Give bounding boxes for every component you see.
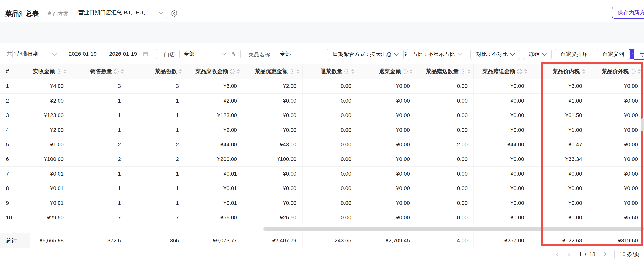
toolbar-button[interactable]: 对比 : 不对比: [470, 48, 520, 60]
column-header-菜品份数[interactable]: 菜品份数: [127, 64, 185, 79]
total-cell: ¥319.60: [588, 233, 644, 248]
toolbar-button[interactable]: 自定义排序: [555, 48, 594, 60]
help-icon[interactable]: ?: [460, 69, 465, 74]
column-header-菜品优惠金额[interactable]: 菜品优惠金额?: [243, 64, 303, 79]
sort-icon[interactable]: [121, 69, 124, 73]
column-header-spacer: [530, 64, 541, 79]
cell: ¥0.00: [243, 123, 303, 137]
column-header-菜品赠送金额[interactable]: 菜品赠送金额?: [474, 64, 530, 79]
cell: ¥5.60: [588, 211, 644, 225]
cell: 0.00: [303, 137, 358, 152]
column-header-菜品应收金额[interactable]: 菜品应收金额?: [185, 64, 243, 79]
sort-icon[interactable]: [351, 69, 354, 73]
cell: 1: [70, 94, 127, 108]
cell: 2.00: [416, 137, 474, 152]
cell: 5: [0, 137, 30, 152]
cell: ¥3.00: [541, 79, 588, 93]
table-row[interactable]: 8¥0.0111¥0.01¥0.000.00¥0.000.00¥0.00¥0.0…: [0, 181, 644, 196]
cell: ¥0.00: [358, 94, 416, 108]
query-plan-value: 营业日期门店汇总-BJ、EU、…: [78, 9, 160, 16]
column-header-退菜数量[interactable]: 退菜数量?: [303, 64, 358, 79]
column-header-菜品价外税[interactable]: 菜品价外税?: [588, 64, 644, 79]
toolbar-button[interactable]: 自定义列: [597, 48, 630, 60]
summary-table: #实收金额?销售数量?菜品份数菜品应收金额?菜品优惠金额?退菜数量?退菜金额?菜…: [0, 64, 644, 248]
sort-icon[interactable]: [179, 69, 182, 73]
table-row[interactable]: 2¥2.0011¥2.00¥0.000.00¥0.000.00¥0.00¥1.0…: [0, 94, 644, 108]
first-page-icon[interactable]: [554, 251, 560, 257]
sort-icon[interactable]: [468, 69, 470, 73]
cell: ¥0.00: [474, 79, 530, 93]
prev-page-icon[interactable]: [566, 251, 572, 257]
sort-icon[interactable]: [638, 69, 641, 73]
cell: ¥0.00: [541, 181, 588, 196]
column-header-label: 退菜金额: [379, 68, 401, 75]
column-header-菜品价内税[interactable]: 菜品价内税: [541, 64, 588, 79]
pagination: 1 / 18 10 条/页: [554, 248, 644, 261]
cell: 0.00: [416, 94, 474, 108]
cell: 0.00: [303, 211, 358, 225]
cell: 0.00: [303, 181, 358, 196]
sort-icon[interactable]: [524, 69, 527, 73]
save-as-new-plan-button[interactable]: 保存为新方案: [612, 7, 644, 18]
query-plan-select[interactable]: 营业日期门店汇总-BJ、EU、…: [74, 7, 167, 18]
cell: 0.00: [416, 167, 474, 181]
vertical-scrollbar-thumb[interactable]: [641, 118, 644, 131]
cell: ¥1.00: [541, 123, 588, 137]
column-header-实收金额[interactable]: 实收金额?: [30, 64, 70, 79]
toolbar-button[interactable]: 日期聚合方式 : 按天汇总: [327, 48, 404, 60]
table-row[interactable]: 6¥100.0022¥200.00¥100.000.00¥0.000.00¥0.…: [0, 152, 644, 167]
cell: ¥0.01: [30, 196, 70, 210]
top-bar: 菜品汇总表 查询方案 营业日期门店汇总-BJ、EU、… 保存为新方案: [0, 2, 644, 22]
sort-icon[interactable]: [410, 69, 413, 73]
page-divider: /: [585, 251, 586, 258]
sort-icon[interactable]: [296, 69, 300, 73]
cell: ¥0.00: [358, 152, 416, 166]
toolbar-button[interactable]: 导: [633, 48, 644, 60]
table-row[interactable]: 3¥123.0011¥123.00¥0.000.00¥0.000.00¥0.00…: [0, 108, 644, 123]
table-row[interactable]: 5¥1.0022¥44.00¥43.000.00¥0.002.00¥44.00¥…: [0, 137, 644, 152]
help-icon[interactable]: ?: [114, 69, 119, 74]
help-icon[interactable]: ?: [57, 69, 62, 74]
next-page-icon[interactable]: [602, 251, 608, 257]
query-plan-label: 查询方案: [47, 10, 69, 17]
table-row[interactable]: 1¥4.0033¥6.00¥2.000.00¥0.000.00¥0.00¥3.0…: [0, 79, 644, 94]
table-row[interactable]: 4¥2.0011¥2.00¥0.000.00¥0.000.00¥0.00¥1.0…: [0, 123, 644, 137]
cell: ¥0.00: [358, 123, 416, 137]
sort-icon[interactable]: [64, 69, 67, 73]
cell: 0.00: [303, 108, 358, 123]
toolbar-button[interactable]: 冻结: [523, 48, 552, 60]
cell: ¥0.01: [30, 167, 70, 181]
page-size-select[interactable]: 10 条/页: [614, 249, 644, 260]
sort-icon[interactable]: [237, 69, 240, 73]
table-body: 1¥4.0033¥6.00¥2.000.00¥0.000.00¥0.00¥3.0…: [0, 79, 644, 225]
cell: ¥0.00: [474, 196, 530, 210]
help-icon[interactable]: ?: [631, 69, 636, 74]
column-header-label: 菜品价内税: [552, 68, 580, 75]
cell: 0.00: [416, 152, 474, 166]
column-header-label: 菜品赠送数量: [426, 68, 458, 75]
column-header-label: 销售数量: [90, 68, 112, 75]
sort-icon[interactable]: [582, 69, 585, 73]
column-header-菜品赠送数量[interactable]: 菜品赠送数量?: [416, 64, 474, 79]
cell: ¥0.00: [588, 196, 644, 210]
horizontal-scrollbar-thumb[interactable]: [264, 227, 644, 231]
help-icon[interactable]: ?: [290, 69, 294, 74]
table-row[interactable]: 9¥0.0111¥0.01¥0.000.00¥0.000.00¥0.00¥0.0…: [0, 196, 644, 211]
table-row[interactable]: 10¥29.5077¥56.00¥26.500.00¥0.000.00¥0.00…: [0, 211, 644, 225]
table-row[interactable]: 7¥0.0111¥0.01¥0.000.00¥0.000.00¥0.00¥0.0…: [0, 167, 644, 181]
toolbar-button[interactable]: 占比 : 不显示占比: [407, 48, 467, 60]
column-header-label: 实收金额: [33, 68, 55, 75]
chevron-down-icon: [510, 51, 514, 56]
settings-gear-icon[interactable]: [170, 9, 178, 18]
column-header-退菜金额[interactable]: 退菜金额?: [358, 64, 416, 79]
cell: 1: [127, 108, 185, 123]
cell: ¥2.00: [30, 123, 70, 137]
help-icon[interactable]: ?: [344, 69, 349, 74]
help-icon[interactable]: ?: [230, 69, 235, 74]
help-icon[interactable]: ?: [403, 69, 408, 74]
column-header-销售数量[interactable]: 销售数量?: [70, 64, 127, 79]
cell: ¥4.00: [30, 79, 70, 93]
help-icon[interactable]: ?: [517, 69, 522, 74]
cell: ¥1.00: [541, 94, 588, 108]
cell: ¥2.00: [185, 123, 243, 137]
